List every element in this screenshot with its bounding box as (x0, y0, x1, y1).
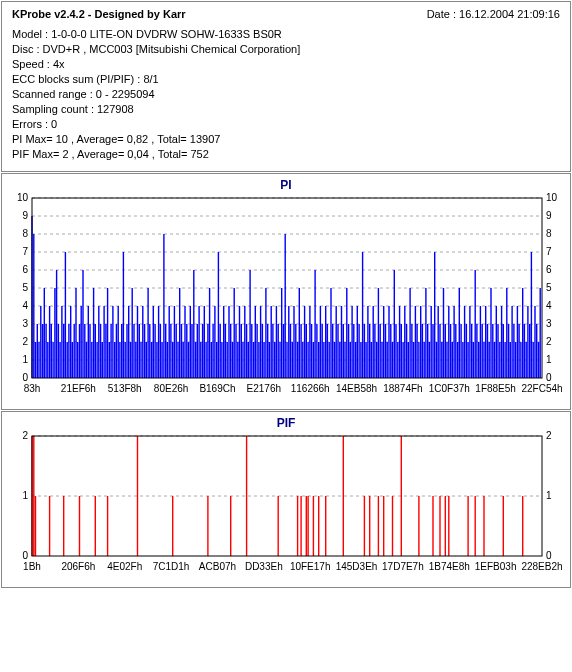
info-range: Scanned range : 0 - 2295094 (12, 88, 560, 100)
svg-text:0: 0 (22, 372, 28, 383)
svg-text:10: 10 (546, 192, 558, 203)
svg-text:5: 5 (546, 282, 552, 293)
info-pi: PI Max= 10 , Average= 0,82 , Total= 1390… (12, 133, 560, 145)
svg-text:21EF6h: 21EF6h (61, 383, 96, 394)
info-model: Model : 1-0-0-0 LITE-ON DVDRW SOHW-1633S… (12, 28, 560, 40)
svg-text:7: 7 (22, 246, 28, 257)
svg-text:22FC54h: 22FC54h (521, 383, 562, 394)
pi-chart-title: PI (4, 178, 568, 192)
info-panel: KProbe v2.4.2 - Designed by Karr Date : … (1, 1, 571, 172)
svg-text:7C1D1h: 7C1D1h (153, 561, 190, 572)
svg-text:1Bh: 1Bh (23, 561, 41, 572)
info-sampling: Sampling count : 127908 (12, 103, 560, 115)
svg-text:B169Ch: B169Ch (199, 383, 235, 394)
date-label: Date : 16.12.2004 21:09:16 (427, 8, 560, 20)
pi-chart: 00112233445566778899101083h21EF6h513F8h8… (4, 192, 570, 407)
svg-text:10FE17h: 10FE17h (290, 561, 331, 572)
svg-text:83h: 83h (24, 383, 41, 394)
svg-text:1: 1 (546, 354, 552, 365)
svg-text:2: 2 (22, 336, 28, 347)
svg-text:6: 6 (22, 264, 28, 275)
svg-text:1: 1 (22, 490, 28, 501)
pif-chart-title: PIF (4, 416, 568, 430)
info-disc: Disc : DVD+R , MCC003 [Mitsubishi Chemic… (12, 43, 560, 55)
pif-chart-panel: PIF 0011221Bh206F6h4E02Fh7C1D1hACB07hDD3… (1, 411, 571, 588)
svg-text:E2176h: E2176h (247, 383, 281, 394)
svg-text:9: 9 (22, 210, 28, 221)
svg-text:1: 1 (22, 354, 28, 365)
svg-text:1: 1 (546, 490, 552, 501)
svg-text:513F8h: 513F8h (108, 383, 142, 394)
svg-text:2: 2 (22, 430, 28, 441)
svg-text:1EFB03h: 1EFB03h (475, 561, 517, 572)
svg-text:4: 4 (546, 300, 552, 311)
svg-text:10: 10 (17, 192, 29, 203)
svg-text:116266h: 116266h (291, 383, 330, 394)
info-ecc: ECC blocks sum (PI/PIF) : 8/1 (12, 73, 560, 85)
svg-text:0: 0 (546, 550, 552, 561)
info-speed: Speed : 4x (12, 58, 560, 70)
svg-text:2: 2 (546, 430, 552, 441)
svg-text:2: 2 (546, 336, 552, 347)
app-title: KProbe v2.4.2 - Designed by Karr (12, 8, 186, 20)
svg-text:4: 4 (22, 300, 28, 311)
svg-text:4E02Fh: 4E02Fh (107, 561, 142, 572)
svg-text:206F6h: 206F6h (61, 561, 95, 572)
svg-text:0: 0 (546, 372, 552, 383)
svg-text:8: 8 (546, 228, 552, 239)
svg-text:8: 8 (22, 228, 28, 239)
info-header: KProbe v2.4.2 - Designed by Karr Date : … (12, 8, 560, 20)
svg-text:9: 9 (546, 210, 552, 221)
svg-text:ACB07h: ACB07h (199, 561, 236, 572)
svg-text:3: 3 (22, 318, 28, 329)
info-errors: Errors : 0 (12, 118, 560, 130)
svg-text:7: 7 (546, 246, 552, 257)
svg-text:18874Fh: 18874Fh (383, 383, 422, 394)
svg-text:14EB58h: 14EB58h (336, 383, 377, 394)
svg-text:1C0F37h: 1C0F37h (429, 383, 470, 394)
svg-text:145D3Eh: 145D3Eh (336, 561, 378, 572)
info-pif: PIF Max= 2 , Average= 0,04 , Total= 752 (12, 148, 560, 160)
pi-chart-panel: PI 00112233445566778899101083h21EF6h513F… (1, 173, 571, 410)
svg-text:6: 6 (546, 264, 552, 275)
svg-text:1B74E8h: 1B74E8h (429, 561, 470, 572)
pif-chart: 0011221Bh206F6h4E02Fh7C1D1hACB07hDD33Eh1… (4, 430, 570, 585)
svg-text:5: 5 (22, 282, 28, 293)
svg-text:DD33Eh: DD33Eh (245, 561, 283, 572)
svg-text:0: 0 (22, 550, 28, 561)
svg-text:228EB2h: 228EB2h (521, 561, 562, 572)
svg-text:1F88E5h: 1F88E5h (475, 383, 516, 394)
svg-text:80E26h: 80E26h (154, 383, 188, 394)
svg-text:3: 3 (546, 318, 552, 329)
svg-text:17D7E7h: 17D7E7h (382, 561, 424, 572)
